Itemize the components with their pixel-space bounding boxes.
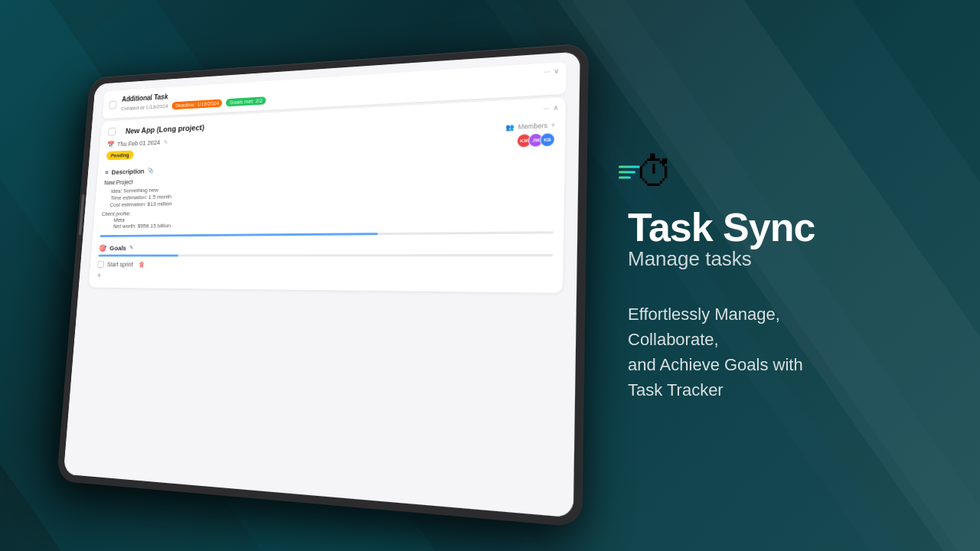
tagline-line2: Collaborate, — [628, 330, 719, 349]
tagline-line3: and Achieve Goals with — [628, 355, 803, 374]
task-checkbox-top[interactable] — [109, 100, 116, 109]
tablet: Additional Task Created at 1/19/2024 Dea… — [57, 43, 589, 527]
description-section: ≡ Description 📎 New Project Idea: Someth… — [100, 153, 554, 230]
task-top-created: Created at 1/19/2024 — [121, 103, 168, 112]
collapse-icon[interactable]: ∨ — [554, 67, 560, 75]
card-left: 📅 Thu Feb 01 2024 ✎ Pending — [106, 139, 168, 160]
date-row: 📅 Thu Feb 01 2024 ✎ — [107, 139, 168, 148]
members-section: 👥 Members + KM JM KB — [505, 121, 555, 148]
progress-bar-fill — [100, 233, 378, 237]
goals-progress-fill — [99, 255, 178, 257]
progress-bar-container — [100, 231, 554, 237]
progress-bar-bg — [100, 231, 554, 237]
top-controls: ··· ∨ — [544, 67, 560, 75]
tagline: Effortlessly Manage, Collaborate, and Ac… — [628, 302, 919, 403]
tablet-wrapper: Additional Task Created at 1/19/2024 Dea… — [23, 38, 605, 528]
edit-icon[interactable]: ✎ — [163, 139, 168, 145]
goals-edit-icon[interactable]: ✎ — [129, 245, 134, 251]
status-badge: Pending — [106, 150, 134, 160]
deadline-badge: Deadline: 1/19/2024 — [172, 99, 222, 110]
delete-icon[interactable]: 🗑 — [139, 261, 145, 268]
app-title: Task Sync — [628, 207, 919, 247]
card-top-controls: ··· ∧ — [544, 104, 559, 112]
goal-sprint-item: Start sprint 🗑 — [97, 261, 553, 270]
tagline-line1: Effortlessly Manage, — [628, 305, 780, 324]
stopwatch-icon: ⏱ — [635, 149, 675, 195]
description-edit-icon[interactable]: 📎 — [147, 168, 154, 174]
add-goal-button[interactable]: + — [96, 271, 553, 285]
goals-header: 🎯 Goals ✎ — [99, 242, 553, 252]
logo-line-2 — [619, 171, 635, 173]
goals-section: 🎯 Goals ✎ Start sprint 🗑 — [96, 242, 553, 285]
app-subtitle: Manage tasks — [628, 247, 919, 271]
logo-line-3 — [619, 176, 631, 178]
goals-met-badge: Goals met: 2/2 — [226, 96, 266, 106]
goal-sprint-checkbox[interactable] — [97, 261, 104, 268]
avatar-kb: KB — [540, 132, 555, 147]
list-icon: ≡ — [105, 168, 109, 176]
screen: Additional Task Created at 1/19/2024 Dea… — [64, 51, 580, 517]
logo-area: ⏱ — [628, 149, 919, 195]
tagline-line4: Task Tracker — [628, 380, 724, 399]
more-icon[interactable]: ··· — [544, 67, 550, 76]
members-avatars: KM JM KB — [505, 132, 555, 148]
members-icon: 👥 — [506, 123, 515, 132]
card-more-icon[interactable]: ··· — [544, 104, 550, 112]
task-date: Thu Feb 01 2024 — [117, 139, 161, 148]
card-collapse-icon[interactable]: ∧ — [553, 104, 559, 112]
members-label: 👥 Members + — [506, 121, 556, 131]
tablet-screen: Additional Task Created at 1/19/2024 Dea… — [64, 51, 580, 517]
app-logo: ⏱ — [628, 149, 681, 195]
task-card-main: ··· ∧ New App (Long project) — [89, 97, 566, 293]
goals-icon: 🎯 — [99, 244, 107, 252]
card-title: New App (Long project) — [126, 123, 205, 135]
right-panel: ⏱ Task Sync Manage tasks Effortlessly Ma… — [582, 0, 980, 551]
task-checkbox-main[interactable] — [108, 128, 116, 136]
add-member-icon[interactable]: + — [550, 121, 555, 129]
calendar-icon: 📅 — [107, 141, 115, 148]
goal-sprint-label: Start sprint — [107, 261, 134, 268]
goals-progress-bar — [99, 254, 554, 256]
